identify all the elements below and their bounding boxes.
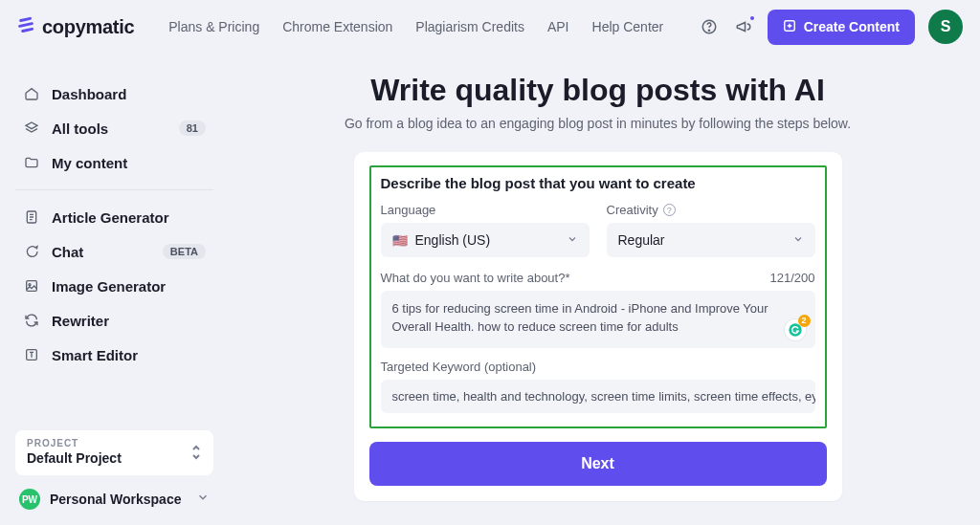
project-section-label: PROJECT <box>27 438 190 448</box>
sidebar-item-label: Image Generator <box>52 278 206 295</box>
creativity-select[interactable]: Regular <box>607 223 815 257</box>
text-icon <box>23 346 40 363</box>
topic-value: 6 tips for reducing screen time in Andro… <box>392 301 768 334</box>
grammarly-icon[interactable]: 2 <box>785 319 806 340</box>
logo-mark-icon <box>17 15 36 39</box>
sidebar-item-label: My content <box>52 155 206 171</box>
creativity-label: Creativity ? <box>607 203 815 217</box>
language-label: Language <box>381 203 590 217</box>
project-selector[interactable]: PROJECT Default Project <box>15 430 213 475</box>
chevron-down-icon <box>196 491 210 508</box>
image-icon <box>23 277 40 295</box>
creativity-value: Regular <box>618 232 665 248</box>
svg-point-4 <box>708 30 709 31</box>
workspace-selector[interactable]: PW Personal Workspace <box>15 485 213 514</box>
language-select[interactable]: 🇺🇸 English (US) <box>381 223 590 257</box>
language-value: English (US) <box>415 232 491 248</box>
svg-rect-0 <box>19 16 32 22</box>
main-content: Write quality blog posts with AI Go from… <box>225 54 980 525</box>
sidebar-item-all-tools[interactable]: All tools 81 <box>15 111 213 145</box>
sidebar-divider <box>15 189 213 190</box>
chevron-down-icon <box>567 232 578 248</box>
nav-api[interactable]: API <box>547 19 569 34</box>
folder-icon <box>23 154 40 171</box>
svg-point-8 <box>29 284 31 286</box>
nav-plans[interactable]: Plans & Pricing <box>168 19 259 34</box>
nav-help-center[interactable]: Help Center <box>592 19 664 34</box>
topic-char-count: 121/200 <box>770 271 815 285</box>
keyword-label: Targeted Keyword (optional) <box>381 360 537 374</box>
brand-logo[interactable]: copymatic <box>17 15 134 39</box>
grammarly-count-badge: 2 <box>798 315 811 327</box>
sidebar-item-image-generator[interactable]: Image Generator <box>15 269 213 303</box>
sidebar-item-article-generator[interactable]: Article Generator <box>15 200 213 234</box>
sidebar-item-label: Smart Editor <box>52 347 206 363</box>
home-icon <box>23 85 40 102</box>
refresh-icon <box>23 312 40 329</box>
updown-chevron-icon <box>190 445 202 460</box>
page-subtitle: Go from a blog idea to an engaging blog … <box>345 116 851 131</box>
sidebar-item-label: All tools <box>52 120 167 137</box>
project-name: Default Project <box>27 450 190 466</box>
sidebar-item-label: Dashboard <box>52 86 206 102</box>
nav-chrome-extension[interactable]: Chrome Extension <box>282 19 392 34</box>
help-icon[interactable] <box>699 16 720 37</box>
sidebar-item-label: Chat <box>52 244 151 260</box>
sidebar-item-rewriter[interactable]: Rewriter <box>15 303 213 338</box>
next-label: Next <box>581 455 614 471</box>
all-tools-count-badge: 81 <box>179 120 206 136</box>
notification-dot-icon <box>748 14 756 22</box>
keyword-input[interactable]: screen time, health and technology, scre… <box>381 380 815 413</box>
form-section-title: Describe the blog post that you want to … <box>381 175 815 191</box>
brand-name: copymatic <box>42 16 134 38</box>
announcements-icon[interactable] <box>733 16 754 37</box>
workspace-badge-icon: PW <box>19 489 40 510</box>
chevron-down-icon <box>792 232 804 248</box>
avatar[interactable]: S <box>928 10 963 44</box>
sidebar-item-my-content[interactable]: My content <box>15 145 213 180</box>
sidebar-item-dashboard[interactable]: Dashboard <box>15 77 213 111</box>
layers-icon <box>23 120 40 137</box>
chat-beta-badge: BETA <box>163 244 206 259</box>
create-content-button[interactable]: Create Content <box>768 10 915 45</box>
info-icon[interactable]: ? <box>663 204 676 216</box>
next-button[interactable]: Next <box>369 442 827 486</box>
top-header: copymatic Plans & Pricing Chrome Extensi… <box>0 0 980 54</box>
form-panel: Describe the blog post that you want to … <box>354 152 842 501</box>
create-content-label: Create Content <box>804 19 900 34</box>
form-highlight-box: Describe the blog post that you want to … <box>369 165 827 428</box>
chat-icon <box>23 243 40 260</box>
sidebar-item-smart-editor[interactable]: Smart Editor <box>15 338 213 372</box>
svg-rect-7 <box>27 281 37 292</box>
page-title: Write quality blog posts with AI <box>370 73 825 108</box>
topic-label: What do you want to write about?* <box>381 271 570 285</box>
header-icons <box>699 16 754 37</box>
workspace-name: Personal Workspace <box>50 492 187 507</box>
sidebar: Dashboard All tools 81 My content Articl… <box>0 54 225 525</box>
nav-plagiarism[interactable]: Plagiarism Credits <box>415 19 524 34</box>
svg-rect-2 <box>21 27 33 33</box>
top-nav: Plans & Pricing Chrome Extension Plagiar… <box>168 19 663 34</box>
topic-textarea[interactable]: 6 tips for reducing screen time in Andro… <box>381 291 815 348</box>
flag-us-icon: 🇺🇸 <box>392 233 408 248</box>
document-icon <box>23 208 40 226</box>
plus-square-icon <box>783 19 796 35</box>
sidebar-item-label: Article Generator <box>52 209 206 226</box>
sidebar-item-chat[interactable]: Chat BETA <box>15 234 213 269</box>
avatar-initial: S <box>941 18 951 35</box>
keyword-value: screen time, health and technology, scre… <box>392 389 815 404</box>
svg-rect-1 <box>18 21 33 27</box>
sidebar-item-label: Rewriter <box>52 313 206 329</box>
